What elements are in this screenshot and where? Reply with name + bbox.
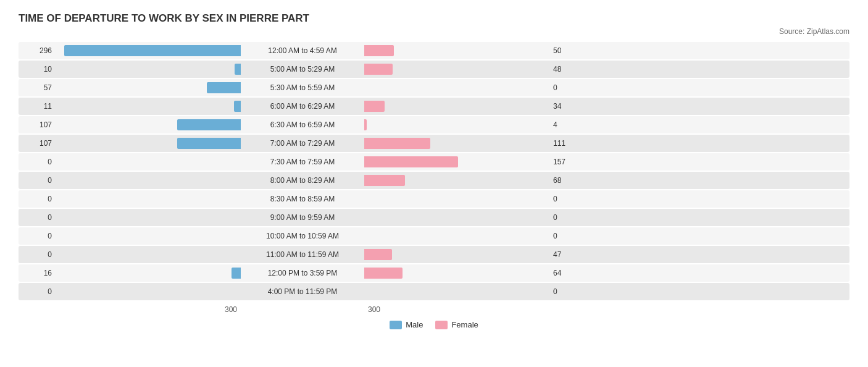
female-bar-container: [364, 101, 549, 112]
female-bar-container: [364, 193, 549, 205]
male-value: 11: [19, 102, 56, 111]
female-bar-container: [364, 64, 549, 75]
female-bar-container: [364, 175, 549, 186]
bar-row: 0 7:30 AM to 7:59 AM 157: [19, 153, 849, 171]
bar-row: 107 6:30 AM to 6:59 AM 4: [19, 116, 849, 133]
male-bar-container: [56, 138, 241, 149]
time-label: 5:00 AM to 5:29 AM: [241, 65, 364, 74]
female-value: 0: [549, 83, 586, 92]
male-bar: [177, 138, 241, 149]
bar-row: 10 5:00 AM to 5:29 AM 48: [19, 61, 849, 78]
male-bar-container: [56, 212, 241, 223]
male-value: 296: [19, 46, 56, 55]
time-label: 6:30 AM to 6:59 AM: [241, 120, 364, 129]
male-value: 0: [19, 287, 56, 296]
male-bar-container: [56, 268, 241, 279]
female-value: 68: [549, 176, 586, 185]
female-bar: [364, 64, 393, 75]
time-label: 12:00 AM to 4:59 AM: [241, 46, 364, 55]
female-bar: [364, 249, 392, 260]
time-label: 7:30 AM to 7:59 AM: [241, 158, 364, 166]
male-value: 107: [19, 139, 56, 148]
female-bar-container: [364, 286, 549, 297]
female-value: 111: [549, 139, 586, 148]
female-bar: [364, 268, 403, 279]
axis-right-label: 300: [364, 305, 586, 314]
female-bar: [364, 175, 405, 186]
female-bar: [364, 101, 385, 112]
male-value: 10: [19, 65, 56, 74]
male-bar-container: [56, 249, 241, 260]
female-value: 64: [549, 269, 586, 277]
bar-row: 0 8:00 AM to 8:29 AM 68: [19, 172, 849, 189]
male-value: 0: [19, 232, 56, 240]
male-value: 0: [19, 195, 56, 203]
bar-row: 0 9:00 AM to 9:59 AM 0: [19, 209, 849, 226]
source-label: Source: ZipAtlas.com: [19, 27, 849, 36]
time-label: 12:00 PM to 3:59 PM: [241, 269, 364, 277]
female-bar-container: [364, 249, 549, 260]
male-bar-container: [56, 286, 241, 297]
time-label: 8:30 AM to 8:59 AM: [241, 195, 364, 203]
male-bar-container: [56, 45, 241, 56]
male-value: 107: [19, 120, 56, 129]
female-bar-container: [364, 212, 549, 223]
female-bar-container: [364, 45, 549, 56]
legend-male: Male: [390, 320, 423, 329]
male-value: 0: [19, 250, 56, 259]
male-value: 0: [19, 176, 56, 185]
bar-row: 296 12:00 AM to 4:59 AM 50: [19, 42, 849, 59]
legend-male-box: [390, 321, 402, 329]
time-label: 8:00 AM to 8:29 AM: [241, 176, 364, 185]
female-value: 0: [549, 232, 586, 240]
female-bar: [364, 45, 394, 56]
female-bar-container: [364, 82, 549, 93]
time-label: 10:00 AM to 10:59 AM: [241, 232, 364, 240]
bar-row: 11 6:00 AM to 6:29 AM 34: [19, 98, 849, 115]
axis-left-label: 300: [19, 305, 241, 314]
male-bar-container: [56, 101, 241, 112]
legend-female-label: Female: [451, 320, 478, 329]
female-value: 4: [549, 120, 586, 129]
legend: Male Female: [19, 320, 849, 329]
male-bar-container: [56, 156, 241, 167]
male-bar: [232, 268, 241, 279]
female-value: 0: [549, 213, 586, 222]
chart-area: 296 12:00 AM to 4:59 AM 50 10 5:00 AM to…: [19, 42, 849, 300]
female-value: 157: [549, 158, 586, 166]
male-value: 0: [19, 158, 56, 166]
female-value: 0: [549, 195, 586, 203]
female-bar-container: [364, 268, 549, 279]
male-bar: [64, 45, 241, 56]
time-label: 4:00 PM to 11:59 PM: [241, 287, 364, 296]
male-bar: [177, 119, 241, 130]
male-bar-container: [56, 193, 241, 205]
bar-row: 0 8:30 AM to 8:59 AM 0: [19, 190, 849, 208]
male-value: 0: [19, 213, 56, 222]
male-bar: [235, 64, 241, 75]
female-bar-container: [364, 138, 549, 149]
male-bar-container: [56, 119, 241, 130]
time-label: 9:00 AM to 9:59 AM: [241, 213, 364, 222]
time-label: 6:00 AM to 6:29 AM: [241, 102, 364, 111]
female-value: 50: [549, 46, 586, 55]
bar-row: 0 10:00 AM to 10:59 AM 0: [19, 227, 849, 245]
female-value: 48: [549, 65, 586, 74]
male-bar-container: [56, 230, 241, 242]
male-bar: [207, 82, 241, 93]
male-bar-container: [56, 64, 241, 75]
legend-female-box: [435, 321, 448, 329]
female-bar-container: [364, 156, 549, 167]
female-bar-container: [364, 119, 549, 130]
female-value: 34: [549, 102, 586, 111]
female-bar: [364, 119, 367, 130]
female-value: 47: [549, 250, 586, 259]
male-value: 57: [19, 83, 56, 92]
legend-male-label: Male: [406, 320, 423, 329]
legend-female: Female: [435, 320, 478, 329]
female-bar: [364, 156, 458, 167]
bar-row: 16 12:00 PM to 3:59 PM 64: [19, 264, 849, 282]
chart-title: TIME OF DEPARTURE TO WORK BY SEX IN PIER…: [19, 12, 849, 25]
male-bar-container: [56, 175, 241, 186]
axis-row: 300 300: [19, 305, 849, 314]
